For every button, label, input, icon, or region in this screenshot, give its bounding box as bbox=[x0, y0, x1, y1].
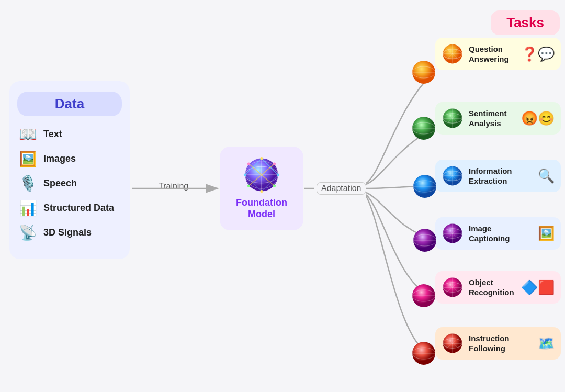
tasks-title-box: Tasks bbox=[491, 10, 560, 35]
svg-point-14 bbox=[277, 174, 279, 176]
svg-point-68 bbox=[413, 181, 436, 192]
data-title-box: Data bbox=[17, 92, 122, 116]
or-emoji: 🔷🟥 bbox=[521, 279, 555, 296]
data-title: Data bbox=[55, 96, 84, 111]
qa-label: Question Answering bbox=[469, 44, 516, 64]
tasks-title: Tasks bbox=[506, 15, 544, 30]
task-card-if: Instruction Following 🗺️ bbox=[435, 327, 561, 360]
text-icon: 📖 bbox=[17, 126, 38, 143]
ie-globe-icon bbox=[442, 165, 464, 187]
task-card-sa: Sentiment Analysis 😡😊 bbox=[435, 102, 561, 135]
svg-point-11 bbox=[260, 157, 263, 160]
svg-point-63 bbox=[412, 342, 435, 365]
signals-icon: 📡 bbox=[17, 224, 38, 241]
foundation-globe-icon bbox=[243, 156, 280, 193]
ic-globe-icon bbox=[442, 222, 464, 244]
if-emoji: 🗺️ bbox=[538, 335, 555, 352]
svg-point-18 bbox=[273, 185, 276, 187]
ie-emoji: 🔍 bbox=[538, 168, 555, 184]
adaptation-label: Adaptation bbox=[317, 182, 366, 195]
data-label-text: Text bbox=[43, 129, 62, 140]
foundation-model-box: FoundationModel bbox=[220, 147, 303, 230]
svg-point-61 bbox=[413, 229, 436, 252]
ic-emoji: 🖼️ bbox=[538, 226, 555, 242]
svg-point-66 bbox=[412, 122, 435, 134]
or-label: Object Recognition bbox=[469, 277, 516, 298]
task-card-ic: Image Captioning 🖼️ bbox=[435, 217, 561, 250]
data-label-structured: Structured Data bbox=[43, 203, 114, 214]
data-item-speech: 🎙️ Speech bbox=[17, 175, 122, 192]
svg-point-15 bbox=[247, 163, 250, 165]
data-item-structured: 📊 Structured Data bbox=[17, 199, 122, 217]
svg-point-62 bbox=[412, 284, 435, 307]
task-card-ie: Information Extraction 🔍 bbox=[435, 160, 561, 192]
svg-point-70 bbox=[413, 234, 436, 246]
data-panel: Data 📖 Text 🖼️ Images 🎙️ Speech 📊 Struct… bbox=[9, 81, 130, 259]
structured-icon: 📊 bbox=[17, 199, 38, 217]
training-label: Training bbox=[154, 181, 193, 192]
ic-label: Image Captioning bbox=[469, 223, 533, 244]
data-item-3d: 📡 3D Signals bbox=[17, 224, 122, 241]
svg-point-74 bbox=[412, 348, 435, 359]
if-globe-icon bbox=[442, 332, 464, 354]
sa-globe-icon bbox=[442, 107, 464, 129]
data-label-speech: Speech bbox=[43, 178, 77, 189]
speech-icon: 🎙️ bbox=[17, 175, 38, 192]
data-item-text: 📖 Text bbox=[17, 126, 122, 143]
qa-emoji: ❓💬 bbox=[521, 46, 555, 62]
sa-emoji: 😡😊 bbox=[521, 110, 555, 127]
data-label-images: Images bbox=[43, 153, 76, 164]
data-label-3d: 3D Signals bbox=[43, 227, 92, 238]
ie-label: Information Extraction bbox=[469, 166, 533, 186]
task-card-or: Object Recognition 🔷🟥 bbox=[435, 271, 561, 304]
svg-point-12 bbox=[260, 190, 263, 193]
svg-point-72 bbox=[412, 290, 435, 301]
sa-label: Sentiment Analysis bbox=[469, 108, 516, 129]
svg-point-13 bbox=[244, 174, 246, 176]
svg-point-59 bbox=[412, 117, 435, 140]
svg-point-16 bbox=[273, 163, 276, 165]
if-label: Instruction Following bbox=[469, 333, 533, 354]
or-globe-icon bbox=[442, 276, 464, 298]
qa-globe-icon bbox=[442, 43, 464, 65]
svg-point-58 bbox=[412, 61, 435, 84]
task-card-qa: Question Answering ❓💬 bbox=[435, 38, 561, 70]
data-item-images: 🖼️ Images bbox=[17, 150, 122, 167]
svg-point-17 bbox=[247, 185, 250, 187]
foundation-label: FoundationModel bbox=[236, 197, 287, 220]
images-icon: 🖼️ bbox=[17, 150, 38, 167]
svg-point-64 bbox=[412, 66, 435, 78]
svg-point-60 bbox=[413, 175, 436, 198]
